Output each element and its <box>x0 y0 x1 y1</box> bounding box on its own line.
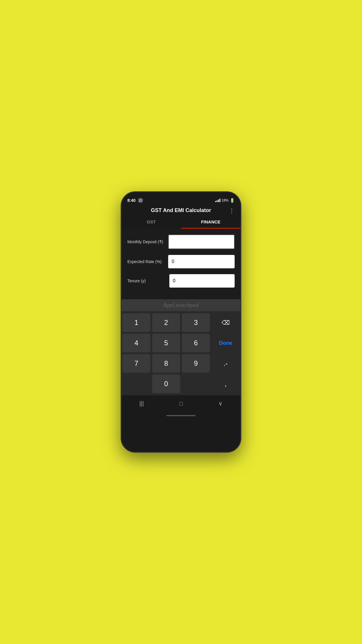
numeric-keyboard: 1 2 3 ⌫ 4 5 6 Done 7 8 9 .- 0 <box>122 311 240 395</box>
tenure-label-group: Tenure (y) ▾ <box>127 278 169 284</box>
key-backspace[interactable]: ⌫ <box>212 313 240 332</box>
home-button[interactable]: □ <box>173 399 189 408</box>
key-4[interactable]: 4 <box>122 334 150 352</box>
monthly-deposit-input[interactable] <box>168 235 235 249</box>
keyboard-row-4: 0 , <box>122 374 240 394</box>
more-options-icon[interactable]: ⋮ <box>229 207 235 214</box>
battery-icon: 🔋 <box>230 198 235 203</box>
tenure-input[interactable] <box>169 274 235 288</box>
key-8[interactable]: 8 <box>152 354 180 373</box>
done-label: Done <box>219 340 232 346</box>
tab-gst[interactable]: GST <box>122 216 181 229</box>
recents-button[interactable]: ∨ <box>212 399 229 408</box>
keyboard-row-3: 7 8 9 .- <box>122 353 240 374</box>
expected-rate-row: Expected Rate (%) <box>127 255 235 268</box>
tenure-row: Tenure (y) ▾ <box>127 274 235 288</box>
keyboard-row-2: 4 5 6 Done <box>122 333 240 353</box>
tenure-label: Tenure (y) <box>127 279 168 283</box>
backspace-icon: ⌫ <box>222 319 230 326</box>
key-empty-right <box>182 374 210 393</box>
status-left: 8:40 12 <box>127 198 143 203</box>
phone-frame: 8:40 12 18% 🔋 GST And EMI Calculator ⋮ G… <box>121 191 241 453</box>
home-bar <box>166 415 196 416</box>
notch <box>162 192 200 201</box>
expected-rate-input[interactable] <box>168 255 235 268</box>
key-2[interactable]: 2 <box>152 313 180 332</box>
key-comma[interactable]: , <box>212 374 240 393</box>
tabs-container: GST FINANCE <box>122 216 240 229</box>
watermark: AppLaunchpad <box>122 299 240 311</box>
key-dot-dash[interactable]: .- <box>212 354 240 373</box>
expected-rate-label: Expected Rate (%) <box>127 259 168 264</box>
form-area: Monthly Deposit (₹) Expected Rate (%) Te… <box>122 229 240 299</box>
back-button[interactable]: ||| <box>133 399 150 408</box>
key-5[interactable]: 5 <box>152 334 180 352</box>
monthly-deposit-row: Monthly Deposit (₹) <box>127 235 235 249</box>
key-6[interactable]: 6 <box>182 334 210 352</box>
app-header: GST And EMI Calculator ⋮ <box>122 205 240 214</box>
bottom-nav-bar: ||| □ ∨ <box>122 395 240 410</box>
key-7[interactable]: 7 <box>122 354 150 373</box>
key-done[interactable]: Done <box>212 334 240 352</box>
key-0[interactable]: 0 <box>152 374 180 393</box>
app-title: GST And EMI Calculator <box>151 207 211 214</box>
key-1[interactable]: 1 <box>122 313 150 332</box>
battery-percent: 18% <box>222 198 229 202</box>
home-indicator <box>122 410 240 420</box>
tab-finance[interactable]: FINANCE <box>181 216 240 229</box>
status-right: 18% 🔋 <box>215 198 235 203</box>
key-9[interactable]: 9 <box>182 354 210 373</box>
signal-bars <box>215 199 220 202</box>
status-time: 8:40 <box>127 198 136 203</box>
keyboard-row-1: 1 2 3 ⌫ <box>122 312 240 333</box>
key-empty-left <box>122 374 150 393</box>
key-3[interactable]: 3 <box>182 313 210 332</box>
notification-badge: 12 <box>138 198 143 203</box>
monthly-deposit-label: Monthly Deposit (₹) <box>127 239 168 244</box>
